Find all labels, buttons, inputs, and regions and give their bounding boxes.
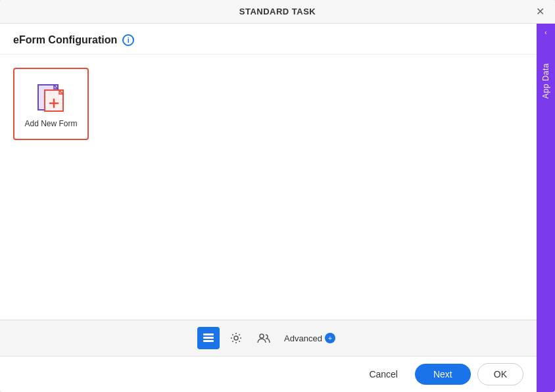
- info-icon[interactable]: i: [122, 34, 134, 46]
- content-area: eForm Configuration i: [0, 24, 555, 392]
- form-canvas: Add New Form: [0, 55, 537, 320]
- footer-buttons: Cancel Next OK: [0, 356, 537, 392]
- advanced-button[interactable]: Advanced +: [280, 330, 339, 346]
- svg-rect-4: [203, 333, 214, 335]
- close-button[interactable]: ✕: [533, 4, 547, 20]
- add-form-label: Add New Form: [24, 119, 77, 128]
- app-data-label: App Data: [541, 63, 550, 99]
- svg-rect-5: [203, 337, 214, 339]
- page-header: eForm Configuration i: [0, 24, 537, 55]
- form-view-button[interactable]: [197, 327, 220, 349]
- advanced-label: Advanced: [284, 333, 322, 343]
- add-new-form-card[interactable]: Add New Form: [13, 68, 89, 140]
- sharing-button[interactable]: [253, 327, 275, 349]
- page-title: eForm Configuration: [13, 34, 117, 46]
- modal-container: STANDARD TASK ✕ eForm Configuration i: [0, 0, 555, 392]
- advanced-plus-icon: +: [325, 333, 335, 343]
- sidebar-chevron-icon: ‹: [544, 29, 546, 36]
- add-form-icon: [36, 80, 67, 114]
- next-button[interactable]: Next: [415, 364, 471, 385]
- svg-rect-6: [203, 340, 214, 342]
- svg-point-7: [234, 336, 238, 340]
- settings-button[interactable]: [225, 327, 247, 349]
- svg-point-8: [260, 334, 264, 338]
- bottom-toolbar: Advanced +: [0, 320, 537, 356]
- modal-title: STANDARD TASK: [239, 7, 316, 16]
- ok-button[interactable]: OK: [477, 363, 523, 385]
- main-panel: eForm Configuration i: [0, 24, 537, 392]
- title-bar: STANDARD TASK ✕: [0, 0, 555, 24]
- cancel-button[interactable]: Cancel: [358, 364, 408, 385]
- app-data-sidebar[interactable]: ‹ App Data: [537, 24, 555, 392]
